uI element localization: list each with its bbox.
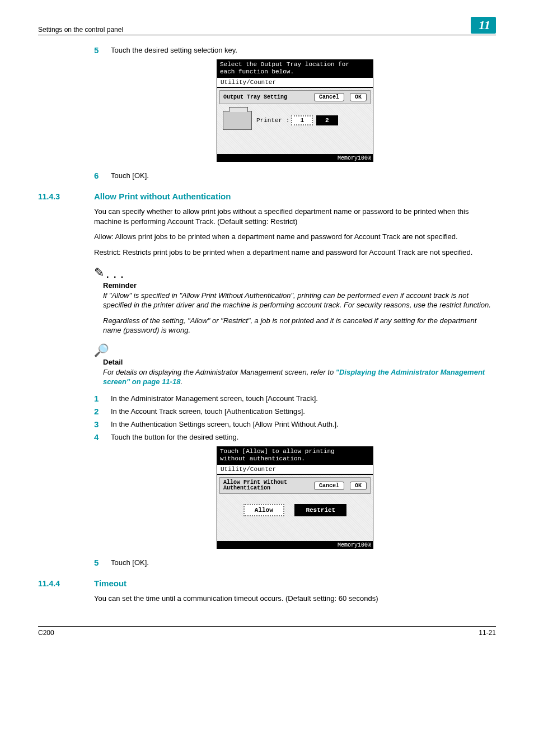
page-header: Settings on the control panel 11 [38,17,496,35]
lcd-title-line2: Authentication [223,485,270,491]
lcd-prompt-line2: without authentication. [220,455,305,462]
tray-1-button[interactable]: 1 [291,115,313,125]
cancel-button[interactable]: Cancel [314,93,344,101]
lcd-prompt-line2: each function below. [220,68,294,75]
section-title: Timeout [94,578,127,588]
lcd-prompt: Touch [Allow] to allow printing without … [217,446,373,464]
step-text: In the Authentication Settings screen, t… [111,419,496,429]
step-text: Touch the desired setting selection key. [111,45,496,55]
reminder-icon-row: ✎ . . . [94,265,496,280]
note-pencil-icon: ✎ [94,265,104,280]
section-heading: 11.4.3 Allow Print without Authenticatio… [38,192,496,201]
lcd-screenshot-output-tray: Select the Output Tray location for each… [217,59,373,162]
footer-model: C200 [38,629,54,637]
magnifier-icon: 🔍 [94,343,496,358]
step-row: 2 In the Account Track screen, touch [Au… [94,407,496,416]
lcd-body: Allow Print Without Authentication Cance… [217,474,373,542]
footer-page-number: 11-21 [479,629,496,637]
paragraph: You can set the time until a communicati… [94,594,496,604]
paragraph: You can specify whether to allow print j… [94,207,496,226]
step-number: 2 [94,407,111,416]
chapter-number-badge: 11 [471,17,496,34]
step-number: 5 [94,558,111,567]
printer-tray-row: Printer : 1 2 [223,111,371,130]
detail-label: Detail [103,358,496,366]
lcd-breadcrumb: Utility/Counter [217,77,373,87]
lcd-prompt: Select the Output Tray location for each… [217,59,373,77]
detail-text: For details on displaying the Administra… [103,367,496,387]
lcd-breadcrumb: Utility/Counter [217,464,373,474]
step-row: 4 Touch the button for the desired setti… [94,432,496,442]
printer-label: Printer : [256,117,289,124]
lcd-prompt-line1: Select the Output Tray location for [220,61,349,68]
ok-button[interactable]: OK [350,93,367,101]
paragraph: Restrict: Restricts print jobs to be pri… [94,248,496,258]
lcd-prompt-line1: Touch [Allow] to allow printing [220,448,335,455]
lcd-screen-title: Allow Print Without Authentication [223,480,287,491]
step-row: 6 Touch [OK]. [94,171,496,180]
section-title: Allow Print without Authentication [94,192,231,201]
section-heading: 11.4.4 Timeout [38,578,496,588]
step-row: 3 In the Authentication Settings screen,… [94,419,496,429]
option-row: Allow Restrict [219,504,371,516]
step-number: 4 [94,432,111,442]
detail-prefix: For details on displaying the Administra… [103,368,336,376]
note-dots-icon: . . . [106,270,124,280]
step-text: Touch [OK]. [111,171,496,180]
step-text: Touch [OK]. [111,558,496,567]
reminder-text: Regardless of the setting, "Allow" or "R… [103,316,496,335]
printer-icon [223,111,252,130]
ok-button[interactable]: OK [350,482,367,490]
step-number: 5 [94,45,111,55]
section-number: 11.4.3 [38,192,94,201]
lcd-title-bar: Output Tray Setting Cancel OK [219,90,371,104]
detail-note: 🔍 Detail For details on displaying the A… [94,343,496,387]
restrict-button[interactable]: Restrict [294,504,346,516]
step-row: 1 In the Administrator Management screen… [94,394,496,403]
lcd-screen-title: Output Tray Setting [223,94,287,100]
reminder-label: Reminder [103,281,496,290]
step-number: 1 [94,394,111,403]
step-row: 5 Touch the desired setting selection ke… [94,45,496,55]
lcd-screenshot-allow-print: Touch [Allow] to allow printing without … [217,446,373,549]
step-text: Touch the button for the desired setting… [111,432,496,442]
tray-2-button[interactable]: 2 [316,115,338,125]
step-number: 6 [94,171,111,180]
paragraph: Allow: Allows print jobs to be printed w… [94,232,496,242]
lcd-title-bar: Allow Print Without Authentication Cance… [219,477,371,494]
reminder-text: If "Allow" is specified in "Allow Print … [103,291,496,310]
step-text: In the Account Track screen, touch [Auth… [111,407,496,416]
lcd-body: Output Tray Setting Cancel OK Printer : … [217,87,373,155]
step-text: In the Administrator Management screen, … [111,394,496,403]
page-footer: C200 11-21 [38,626,496,637]
lcd-memory-status: Memory100% [217,542,373,549]
step-row: 5 Touch [OK]. [94,558,496,567]
lcd-memory-status: Memory100% [217,155,373,162]
section-number: 11.4.4 [38,579,94,588]
step-number: 3 [94,419,111,429]
allow-button[interactable]: Allow [243,504,284,516]
reminder-note: ✎ . . . Reminder If "Allow" is specified… [94,265,496,335]
detail-suffix: . [180,377,182,386]
cancel-button[interactable]: Cancel [314,482,344,490]
header-section-name: Settings on the control panel [38,26,123,34]
